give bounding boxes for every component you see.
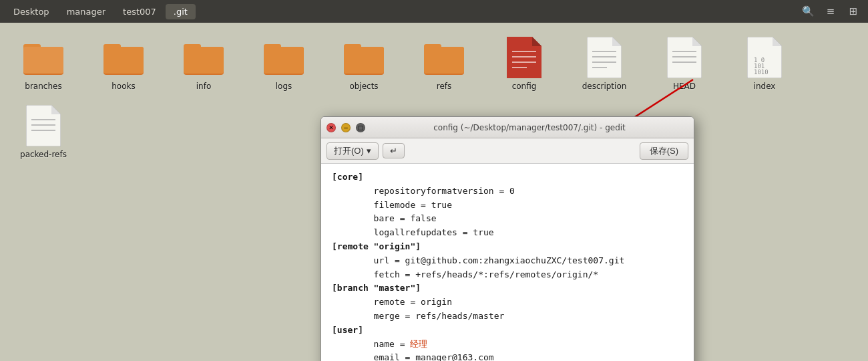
folder-info[interactable]: info [174,36,234,91]
grid-view-icon[interactable]: ⊞ [844,2,863,21]
folder-refs[interactable]: refs [414,36,474,91]
folder-hooks[interactable]: hooks [93,36,154,91]
svg-rect-3 [23,47,63,74]
file-config[interactable]: config [494,36,554,91]
minimize-button[interactable]: − [341,123,351,132]
close-button[interactable]: ✕ [327,123,336,132]
gedit-window: ✕ − □ config (~/Desktop/manager/test007/… [320,116,694,361]
svg-rect-12 [264,47,304,74]
svg-text:1010: 1010 [754,69,769,76]
file-packed-refs[interactable]: packed-refs [13,104,73,159]
placeholder-button[interactable]: ↵ [383,143,405,158]
gedit-toolbar: 打开(O) ▾ ↵ 保存(S) [321,138,694,164]
taskbar: Desktop manager test007 .git 🔍 ≡ ⊞ [0,0,868,23]
svg-rect-6 [103,47,144,74]
svg-marker-20 [532,37,541,46]
search-icon[interactable]: 🔍 [799,2,817,21]
svg-rect-9 [184,47,224,74]
gedit-content[interactable]: [core] repositoryformatversion = 0 filem… [321,164,694,361]
folder-logs[interactable]: logs [254,36,314,91]
maximize-button[interactable]: □ [356,123,365,132]
taskbar-test007[interactable]: test007 [115,4,164,19]
file-index[interactable]: 1 0 101 1010 index [734,36,795,91]
open-button[interactable]: 打开(O) ▾ [327,142,379,160]
file-head[interactable]: HEAD [654,36,714,91]
taskbar-desktop[interactable]: Desktop [5,4,57,19]
desktop: branches hooks info [0,23,868,361]
list-view-icon[interactable]: ≡ [821,2,840,21]
folder-objects[interactable]: objects [334,36,394,91]
taskbar-manager[interactable]: manager [59,4,114,19]
gedit-titlebar: ✕ − □ config (~/Desktop/manager/test007/… [321,117,694,138]
file-description[interactable]: description [574,36,634,91]
folder-branches[interactable]: branches [13,36,73,91]
save-button[interactable]: 保存(S) [640,142,688,160]
dropdown-arrow-icon: ▾ [367,146,371,156]
taskbar-icons: 🔍 ≡ ⊞ [799,2,863,21]
taskbar-git[interactable]: .git [166,4,196,19]
window-title: config (~/Desktop/manager/test007/.git) … [371,123,688,132]
svg-rect-18 [424,47,464,74]
svg-rect-15 [344,47,384,74]
